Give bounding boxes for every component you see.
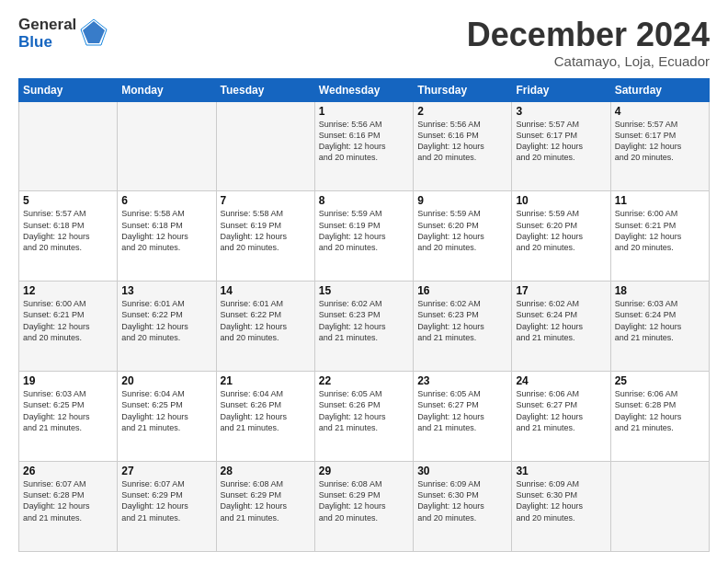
calendar-page: General Blue December 2024 Catamayo, Loj… [0, 0, 728, 563]
day-cell-24: 24 Sunrise: 6:06 AMSunset: 6:27 PMDaylig… [512, 372, 610, 462]
calendar-week-2: 5 Sunrise: 5:57 AMSunset: 6:18 PMDayligh… [19, 191, 710, 282]
day-cell-8: 8 Sunrise: 5:59 AMSunset: 6:19 PMDayligh… [314, 191, 413, 282]
day-cell-9: 9 Sunrise: 5:59 AMSunset: 6:20 PMDayligh… [414, 191, 512, 282]
day-cell-11: 11 Sunrise: 6:00 AMSunset: 6:21 PMDaylig… [610, 191, 709, 282]
col-thursday: Thursday [414, 78, 512, 101]
day-cell-4: 4 Sunrise: 5:57 AMSunset: 6:17 PMDayligh… [610, 101, 709, 191]
logo-text-general: General [18, 17, 76, 34]
day-cell-19: 19 Sunrise: 6:03 AMSunset: 6:25 PMDaylig… [19, 372, 118, 462]
day-cell-5: 5 Sunrise: 5:57 AMSunset: 6:18 PMDayligh… [19, 191, 118, 282]
calendar-week-4: 19 Sunrise: 6:03 AMSunset: 6:25 PMDaylig… [19, 372, 710, 462]
calendar-week-1: 1 Sunrise: 5:56 AMSunset: 6:16 PMDayligh… [19, 101, 710, 191]
col-saturday: Saturday [610, 78, 709, 101]
day-cell-20: 20 Sunrise: 6:04 AMSunset: 6:25 PMDaylig… [118, 372, 216, 462]
day-cell-1: 1 Sunrise: 5:56 AMSunset: 6:16 PMDayligh… [314, 101, 413, 191]
calendar-table: Sunday Monday Tuesday Wednesday Thursday… [18, 78, 710, 552]
day-cell-12: 12 Sunrise: 6:00 AMSunset: 6:21 PMDaylig… [19, 282, 118, 372]
header: General Blue December 2024 Catamayo, Loj… [18, 17, 710, 69]
day-cell-3: 3 Sunrise: 5:57 AMSunset: 6:17 PMDayligh… [512, 101, 610, 191]
day-cell-27: 27 Sunrise: 6:07 AMSunset: 6:29 PMDaylig… [118, 462, 216, 552]
day-cell-23: 23 Sunrise: 6:05 AMSunset: 6:27 PMDaylig… [414, 372, 512, 462]
logo: General Blue [18, 17, 108, 51]
day-cell-21: 21 Sunrise: 6:04 AMSunset: 6:26 PMDaylig… [216, 372, 314, 462]
calendar-week-3: 12 Sunrise: 6:00 AMSunset: 6:21 PMDaylig… [19, 282, 710, 372]
day-cell-6: 6 Sunrise: 5:58 AMSunset: 6:18 PMDayligh… [118, 191, 216, 282]
day-cell-22: 22 Sunrise: 6:05 AMSunset: 6:26 PMDaylig… [314, 372, 413, 462]
day-cell-2: 2 Sunrise: 5:56 AMSunset: 6:16 PMDayligh… [414, 101, 512, 191]
logo-text-blue: Blue [18, 34, 76, 52]
calendar-header-row: Sunday Monday Tuesday Wednesday Thursday… [19, 78, 710, 101]
empty-cell [216, 101, 314, 191]
svg-marker-0 [83, 21, 105, 43]
empty-cell [118, 101, 216, 191]
day-cell-7: 7 Sunrise: 5:58 AMSunset: 6:19 PMDayligh… [216, 191, 314, 282]
day-cell-16: 16 Sunrise: 6:02 AMSunset: 6:23 PMDaylig… [414, 282, 512, 372]
col-sunday: Sunday [19, 78, 118, 101]
day-cell-25: 25 Sunrise: 6:06 AMSunset: 6:28 PMDaylig… [610, 372, 709, 462]
col-monday: Monday [118, 78, 216, 101]
month-title: December 2024 [467, 17, 710, 53]
title-block: December 2024 Catamayo, Loja, Ecuador [467, 17, 710, 69]
day-cell-28: 28 Sunrise: 6:08 AMSunset: 6:29 PMDaylig… [216, 462, 314, 552]
day-cell-13: 13 Sunrise: 6:01 AMSunset: 6:22 PMDaylig… [118, 282, 216, 372]
day-cell-15: 15 Sunrise: 6:02 AMSunset: 6:23 PMDaylig… [314, 282, 413, 372]
col-wednesday: Wednesday [314, 78, 413, 101]
location-subtitle: Catamayo, Loja, Ecuador [467, 53, 710, 69]
day-cell-18: 18 Sunrise: 6:03 AMSunset: 6:24 PMDaylig… [610, 282, 709, 372]
empty-cell [610, 462, 709, 552]
day-cell-31: 31 Sunrise: 6:09 AMSunset: 6:30 PMDaylig… [512, 462, 610, 552]
col-friday: Friday [512, 78, 610, 101]
logo-icon [79, 17, 108, 47]
day-cell-29: 29 Sunrise: 6:08 AMSunset: 6:29 PMDaylig… [314, 462, 413, 552]
day-cell-10: 10 Sunrise: 5:59 AMSunset: 6:20 PMDaylig… [512, 191, 610, 282]
empty-cell [19, 101, 118, 191]
day-cell-30: 30 Sunrise: 6:09 AMSunset: 6:30 PMDaylig… [414, 462, 512, 552]
calendar-week-5: 26 Sunrise: 6:07 AMSunset: 6:28 PMDaylig… [19, 462, 710, 552]
day-cell-17: 17 Sunrise: 6:02 AMSunset: 6:24 PMDaylig… [512, 282, 610, 372]
col-tuesday: Tuesday [216, 78, 314, 101]
day-cell-14: 14 Sunrise: 6:01 AMSunset: 6:22 PMDaylig… [216, 282, 314, 372]
day-cell-26: 26 Sunrise: 6:07 AMSunset: 6:28 PMDaylig… [19, 462, 118, 552]
